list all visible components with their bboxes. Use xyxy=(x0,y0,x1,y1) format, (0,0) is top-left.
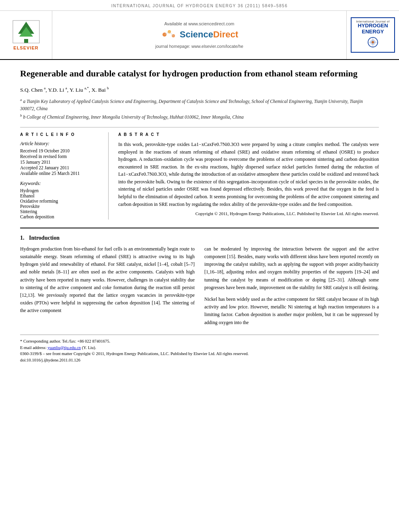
footnote-email-link[interactable]: yuanliu@tju.edu.cn xyxy=(47,345,81,350)
svg-rect-0 xyxy=(24,39,28,43)
section-heading: 1. Introduction xyxy=(20,235,379,241)
footnote-doi: doi:10.1016/j.ijhydene.2011.01.126 xyxy=(20,357,379,364)
history-item-2: 15 January 2011 xyxy=(20,160,102,164)
intro-left-text: Hydrogen production from bio-ethanol for… xyxy=(20,245,195,315)
footnote-corresponding: * Corresponding author. Tel./fax: +86 02… xyxy=(20,338,379,345)
article-history-label: Article history: xyxy=(20,141,102,147)
top-header: ELSEVIER Available at www.sciencedirect.… xyxy=(0,11,399,60)
journal-header-bar: International Journal of Hydrogen Energy… xyxy=(0,0,399,11)
intro-right-col: can be moderated by improving the intera… xyxy=(204,245,379,327)
introduction-section: 1. Introduction Hydrogen production from… xyxy=(20,235,379,327)
hydrogen-logo-inner: International Journal of HYDROGENENERGY xyxy=(351,17,395,53)
keyword-4: Sintering xyxy=(20,209,102,214)
history-item-1: Received in revised form xyxy=(20,154,102,159)
sciencedirect-text: ScienceDirect xyxy=(180,29,239,40)
abstract-text: In this work, perovskite-type oxides La1… xyxy=(118,141,379,208)
hydrogen-logo-box: International Journal of HYDROGENENERGY xyxy=(347,11,399,59)
elsevier-logo-inner: ELSEVIER xyxy=(12,20,40,50)
article-abstract-section: A R T I C L E I N F O Article history: R… xyxy=(20,132,379,220)
intro-left-col: Hydrogen production from bio-ethanol for… xyxy=(20,245,195,327)
sciencedirect-logo: ScienceDirect xyxy=(160,29,239,41)
svg-line-8 xyxy=(169,32,173,36)
journal-homepage-text: journal homepage: www.elsevier.com/locat… xyxy=(155,44,243,49)
section-number: 1. xyxy=(20,235,25,241)
section-title: Introduction xyxy=(29,235,60,241)
separator-1 xyxy=(20,127,379,127)
hydrogen-title: HYDROGENENERGY xyxy=(355,23,391,35)
keywords-label: Keywords: xyxy=(20,181,102,187)
center-header: Available at www.sciencedirect.com Scien… xyxy=(52,11,347,59)
history-item-4: Available online 25 March 2011 xyxy=(20,171,102,176)
keyword-5: Carbon deposition xyxy=(20,214,102,219)
paper-title: Regenerable and durable catalyst for hyd… xyxy=(20,68,379,80)
footnote-email: E-mail address: yuanliu@tju.edu.cn (Y. L… xyxy=(20,345,379,351)
footnote-issn: 0360-3199/$ – see front matter Copyright… xyxy=(20,351,379,357)
keyword-3: Perovskite xyxy=(20,204,102,209)
abstract-col: A B S T R A C T In this work, perovskite… xyxy=(118,132,379,220)
intro-two-col: Hydrogen production from bio-ethanol for… xyxy=(20,245,379,327)
journal-header-text: International Journal of Hydrogen Energy… xyxy=(111,4,288,8)
available-at-text: Available at www.sciencedirect.com xyxy=(164,21,234,26)
history-item-0: Received 19 October 2010 xyxy=(20,148,102,153)
abstract-title: A B S T R A C T xyxy=(118,132,379,137)
affiliations: a a Tianjin Key Laboratory of Applied Ca… xyxy=(20,97,379,121)
article-info-title: A R T I C L E I N F O xyxy=(20,132,102,137)
authors: S.Q. Chen a, Y.D. Li a, Y. Liu a,*, X. B… xyxy=(20,86,379,93)
paper-body: Regenerable and durable catalyst for hyd… xyxy=(0,60,399,376)
history-item-3: Accepted 22 January 2011 xyxy=(20,165,102,170)
footnote-area: * Corresponding author. Tel./fax: +86 02… xyxy=(20,335,379,364)
elsevier-logo-box: ELSEVIER xyxy=(0,11,52,59)
keyword-2: Oxidative reforming xyxy=(20,199,102,203)
keyword-0: Hydrogen xyxy=(20,188,102,193)
copyright-text: Copyright © 2011, Hydrogen Energy Public… xyxy=(118,211,379,216)
intro-right-text-2: Nickel has been widely used as the activ… xyxy=(204,296,379,327)
hydrogen-circle-icon xyxy=(367,36,379,48)
sciencedirect-icon xyxy=(160,29,177,41)
intro-right-text: can be moderated by improving the intera… xyxy=(204,245,379,292)
section-divider xyxy=(20,228,379,228)
keyword-1: Ethanol xyxy=(20,193,102,198)
elsevier-tree-icon xyxy=(12,20,40,44)
article-info-col: A R T I C L E I N F O Article history: R… xyxy=(20,132,109,220)
elsevier-wordmark: ELSEVIER xyxy=(13,45,38,50)
